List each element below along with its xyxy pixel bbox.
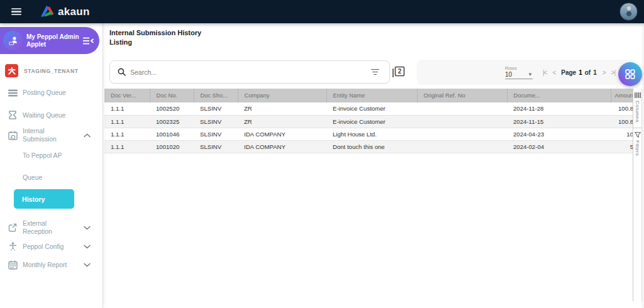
applet-title: My Peppol Admin Applet xyxy=(26,33,80,48)
tenant-selector[interactable]: STAGING_TENANT xyxy=(5,64,103,77)
applet-icon xyxy=(3,31,23,50)
caret-down-icon: ▼ xyxy=(528,72,533,77)
applet-header[interactable]: My Peppol Admin Applet xyxy=(0,27,99,54)
last-page-button[interactable]: >| xyxy=(611,69,615,76)
first-page-button[interactable]: |< xyxy=(543,69,547,76)
grid-icon xyxy=(625,69,635,79)
table-row[interactable]: 1.1.11002325 SLSINVZR E-invoice Customer… xyxy=(104,115,634,128)
search-icon xyxy=(118,68,126,76)
list-icon xyxy=(7,89,18,97)
current-page: 1 xyxy=(579,69,582,76)
search-bar xyxy=(109,60,390,84)
scrollbar-track[interactable] xyxy=(643,23,643,308)
hamburger-menu-icon[interactable] xyxy=(11,8,21,16)
sidebar-item-monthly-report[interactable]: Monthly Report xyxy=(7,260,103,270)
akaun-logo: akaun xyxy=(40,6,90,18)
page-subtitle: Listing xyxy=(109,38,132,46)
col-original-ref[interactable]: Original Ref. No xyxy=(417,89,507,102)
col-amount[interactable]: Amoun xyxy=(611,89,634,102)
pagination-panel: Rows 10 ▼ |< < Page 1 of 1 > >| xyxy=(417,60,634,85)
rows-select[interactable]: 10 ▼ xyxy=(505,71,533,79)
sidebar-item-label: Peppol Config xyxy=(23,243,64,251)
pager: |< < Page 1 of 1 > >| xyxy=(543,69,615,76)
hourglass-icon xyxy=(7,111,18,119)
calendar-sync-icon xyxy=(7,131,18,140)
grid-view-button[interactable] xyxy=(618,62,642,86)
tenant-name: STAGING_TENANT xyxy=(24,68,79,74)
rows-label: Rows xyxy=(505,65,533,71)
rows-value: 10 xyxy=(505,71,512,78)
results-table: Doc Ver... Doc No. Doc Sho... Company En… xyxy=(104,89,634,301)
page-title: Internal Submission History xyxy=(109,29,201,36)
collapse-sidebar-icon[interactable] xyxy=(82,36,94,46)
col-doc-ver[interactable]: Doc Ver... xyxy=(104,89,150,102)
filters-tab[interactable]: Filters xyxy=(633,128,641,161)
top-navbar: akaun xyxy=(0,0,644,23)
logo-text: akaun xyxy=(58,6,90,18)
sidebar-item-label: Waiting Queue xyxy=(23,111,65,119)
pages-view-button[interactable]: 2 xyxy=(392,66,406,79)
external-link-icon xyxy=(7,223,18,232)
calendar-icon xyxy=(7,260,18,270)
sidebar-item-external-reception[interactable]: External Reception xyxy=(7,219,103,236)
app-window: akaun My Peppol Admin Applet xyxy=(0,0,644,308)
sidebar-item-internal-submission[interactable]: Internal Submission xyxy=(7,127,103,143)
user-avatar[interactable] xyxy=(619,3,638,21)
sidebar-item-label: Posting Queue xyxy=(23,89,66,97)
svg-text:2: 2 xyxy=(398,68,402,75)
chevron-down-icon xyxy=(84,245,91,249)
chevron-up-icon xyxy=(84,133,91,138)
table-row[interactable]: 1.1.11002520 SLSINVZR E-invoice Customer… xyxy=(104,102,634,115)
sidebar-item-label: Internal Submission xyxy=(23,127,62,143)
main-content: Internal Submission History Listing 2 Ro… xyxy=(104,23,644,308)
sidebar-subitem-queue[interactable]: Queue xyxy=(23,174,103,181)
filter-icon[interactable] xyxy=(369,67,382,78)
next-page-button[interactable]: > xyxy=(602,69,606,76)
filters-tab-label: Filters xyxy=(635,140,640,156)
sidebar-subitem-history-active[interactable]: History xyxy=(14,189,74,209)
total-pages: 1 xyxy=(593,69,597,76)
rows-per-page: Rows 10 ▼ xyxy=(505,65,533,79)
search-input[interactable] xyxy=(130,69,369,76)
sidebar: My Peppol Admin Applet STAGING_TENANT xyxy=(0,23,103,308)
tenant-icon xyxy=(5,64,18,77)
sidebar-item-label: Monthly Report xyxy=(23,261,67,269)
prev-page-button[interactable]: < xyxy=(552,69,555,76)
columns-icon xyxy=(635,92,641,98)
chevron-down-icon xyxy=(84,226,91,230)
accessibility-person-icon xyxy=(7,242,18,251)
table-row[interactable]: 1.1.11001020 SLSINVIDA COMPANY Dont touc… xyxy=(104,140,634,153)
sidebar-item-waiting-queue[interactable]: Waiting Queue xyxy=(7,111,103,119)
page-indicator: Page 1 of 1 xyxy=(561,69,596,76)
columns-tab-label: Columns xyxy=(635,101,640,123)
akaun-triangle-icon xyxy=(40,6,54,18)
sidebar-item-posting-queue[interactable]: Posting Queue xyxy=(7,89,103,97)
col-doc-no[interactable]: Doc No. xyxy=(150,89,194,102)
sidebar-subitem-to-peppol-ap[interactable]: To Peppol AP xyxy=(23,152,103,159)
sidebar-item-peppol-config[interactable]: Peppol Config xyxy=(7,242,103,251)
col-company[interactable]: Company xyxy=(238,89,326,102)
columns-tab[interactable]: Columns xyxy=(633,89,641,128)
filters-icon xyxy=(635,132,641,138)
chevron-down-icon xyxy=(84,263,91,267)
col-doc-sho[interactable]: Doc Sho... xyxy=(194,89,238,102)
col-document-date[interactable]: Docume... xyxy=(507,89,611,102)
sidebar-item-label: External Reception xyxy=(23,219,62,236)
table-row[interactable]: 1.1.11001046 SLSINVIDA COMPANY Light Hou… xyxy=(104,128,634,140)
table-header-row: Doc Ver... Doc No. Doc Sho... Company En… xyxy=(104,89,634,102)
table-side-tabs: Columns Filters xyxy=(633,89,642,301)
col-entity-name[interactable]: Entity Name xyxy=(326,89,417,102)
